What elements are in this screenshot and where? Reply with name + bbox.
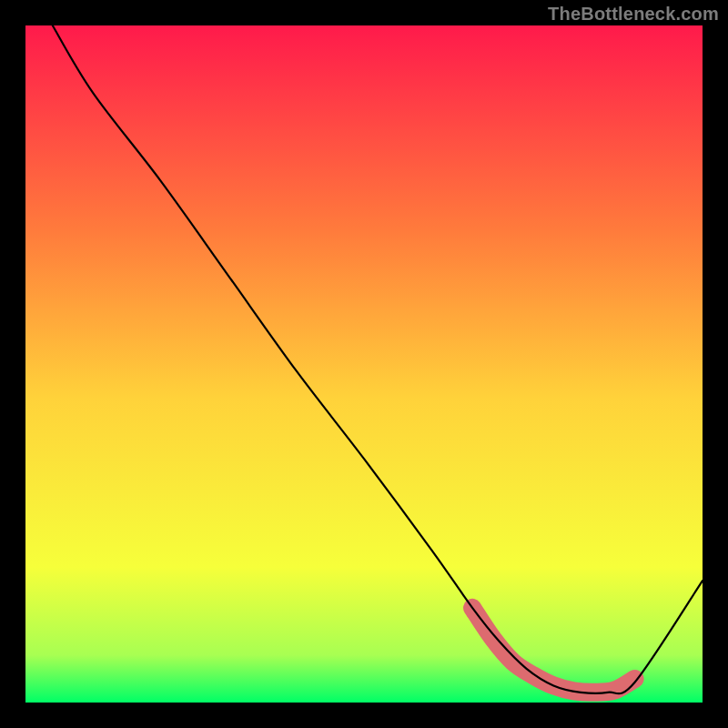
plot-background [25, 25, 703, 703]
chart-svg [0, 0, 728, 728]
chart-stage: TheBottleneck.com [0, 0, 728, 728]
watermark-text: TheBottleneck.com [548, 4, 719, 25]
